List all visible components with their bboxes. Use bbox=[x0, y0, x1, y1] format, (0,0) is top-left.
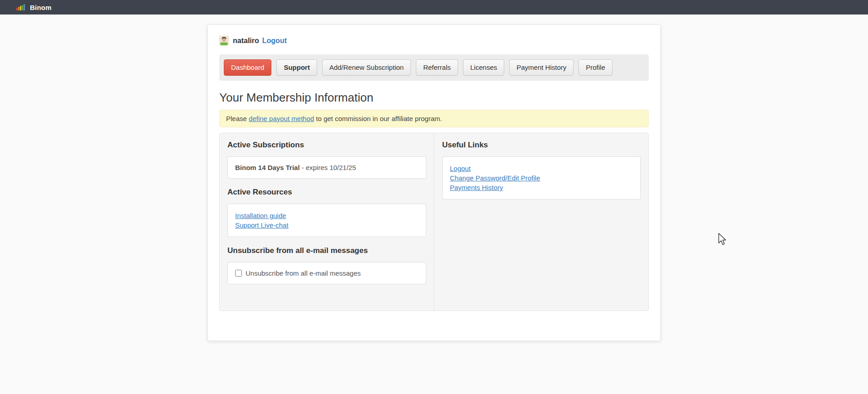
installation-guide-link[interactable]: Installation guide bbox=[235, 211, 419, 220]
alert-text-suffix: to get commission in our affiliate progr… bbox=[314, 115, 442, 122]
useful-links-box: Logout Change Password/Edit Profile Paym… bbox=[442, 156, 641, 199]
unsubscribe-checkbox[interactable] bbox=[235, 270, 242, 277]
define-payout-method-link[interactable]: define payout method bbox=[249, 115, 314, 122]
tab-referrals[interactable]: Referrals bbox=[416, 59, 458, 76]
info-panel: Active Subscriptions Binom 14 Days Trial… bbox=[219, 133, 649, 311]
user-row: nataliro Logout bbox=[219, 36, 649, 45]
unsubscribe-option[interactable]: Unsubscribe from all e-mail messages bbox=[235, 269, 419, 277]
tab-licenses[interactable]: Licenses bbox=[463, 59, 504, 76]
active-resources-title: Active Resources bbox=[227, 188, 426, 197]
resources-box: Installation guide Support Live-chat bbox=[227, 204, 426, 237]
alert-text-prefix: Please bbox=[226, 115, 249, 122]
left-column: Active Subscriptions Binom 14 Days Trial… bbox=[220, 133, 434, 311]
brand-name: Binom bbox=[30, 4, 52, 11]
tab-add-renew-subscription[interactable]: Add/Renew Subscription bbox=[322, 59, 411, 76]
subscription-name: Binom 14 Days Trial bbox=[235, 164, 300, 171]
logout-link-top[interactable]: Logout bbox=[262, 37, 287, 45]
tab-payment-history[interactable]: Payment History bbox=[509, 59, 574, 76]
membership-card: nataliro Logout Dashboard Support Add/Re… bbox=[207, 24, 661, 341]
page-title: Your Membership Information bbox=[219, 91, 649, 104]
support-live-chat-link[interactable]: Support Live-chat bbox=[235, 220, 419, 230]
user-avatar bbox=[219, 36, 229, 45]
tab-profile[interactable]: Profile bbox=[579, 59, 612, 76]
binom-bar-chart-logo-icon bbox=[16, 4, 25, 10]
subscription-item: Binom 14 Days Trial - expires 10/21/25 bbox=[227, 156, 426, 179]
subscription-expiry: - expires 10/21/25 bbox=[300, 164, 356, 171]
topbar: Binom bbox=[0, 0, 868, 15]
useful-logout-link[interactable]: Logout bbox=[450, 164, 633, 173]
tab-bar: Dashboard Support Add/Renew Subscription… bbox=[219, 54, 649, 81]
payments-history-link[interactable]: Payments History bbox=[450, 183, 633, 192]
tab-support[interactable]: Support bbox=[276, 59, 317, 76]
tab-dashboard[interactable]: Dashboard bbox=[224, 59, 271, 76]
unsubscribe-checkbox-label: Unsubscribe from all e-mail messages bbox=[246, 269, 361, 277]
active-subscriptions-title: Active Subscriptions bbox=[227, 141, 426, 150]
unsubscribe-title: Unsubscribe from all e-mail messages bbox=[227, 246, 426, 255]
change-password-edit-profile-link[interactable]: Change Password/Edit Profile bbox=[450, 173, 633, 183]
username: nataliro bbox=[233, 37, 259, 45]
right-column: Useful Links Logout Change Password/Edit… bbox=[434, 133, 648, 311]
useful-links-title: Useful Links bbox=[442, 141, 641, 150]
unsubscribe-box: Unsubscribe from all e-mail messages bbox=[227, 262, 426, 284]
page-background: { "topbar": { "brand": "Binom" }, "user"… bbox=[0, 0, 868, 394]
mouse-cursor-icon bbox=[718, 233, 726, 247]
payout-alert: Please define payout method to get commi… bbox=[219, 110, 649, 127]
